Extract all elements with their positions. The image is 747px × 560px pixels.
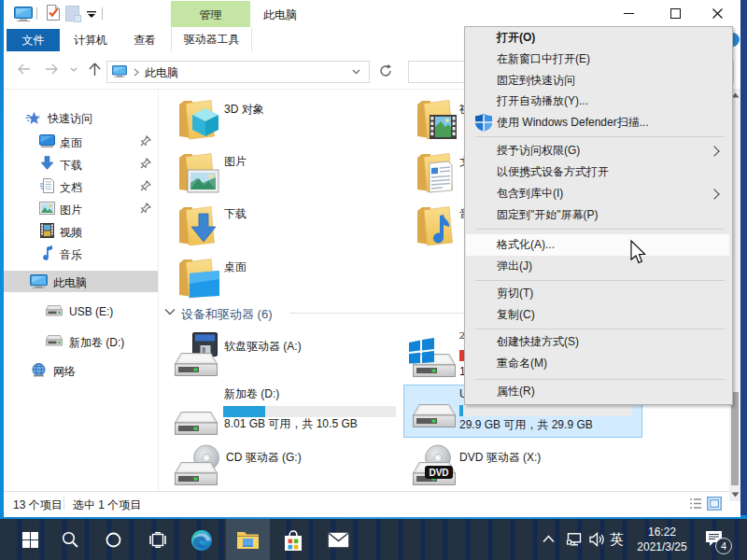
svg-text:DVD: DVD	[429, 468, 448, 478]
